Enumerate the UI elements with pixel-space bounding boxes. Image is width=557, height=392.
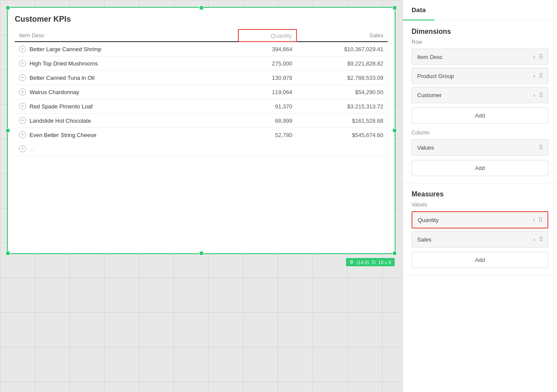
truncated-label: ... — [30, 146, 34, 152]
table-row: +Red Spade Pimento Loaf91,370$3,215,313.… — [15, 99, 388, 114]
grid-icon-sales[interactable]: ⠿ — [539, 236, 543, 243]
data-tab[interactable]: Data — [403, 0, 435, 20]
right-sidebar: Data Dimensions Row Item Desc › ⠿ Produc… — [402, 0, 557, 392]
customer-label: Customer — [417, 92, 442, 98]
table-cell-sales: $161,528.68 — [297, 114, 388, 128]
table-cell-sales: $2,788,533.09 — [297, 71, 388, 85]
resize-handle-right[interactable] — [392, 128, 397, 133]
chevron-icon-customer: › — [533, 91, 535, 98]
dimension-customer[interactable]: Customer › ⠿ — [412, 87, 548, 103]
position-badge: ⚙ (14,0) ⊡ 10 x 6 — [346, 258, 395, 266]
expand-icon[interactable]: + — [19, 103, 26, 110]
table-cell-quantity: 394,664 — [238, 42, 297, 56]
chevron-icon-item-desc: › — [533, 53, 535, 60]
table-cell-item: +Even Better String Cheese — [15, 128, 238, 142]
add-column-dimension-button[interactable]: Add — [412, 160, 548, 176]
add-measure-button[interactable]: Add — [412, 252, 548, 268]
dimensions-title: Dimensions — [412, 28, 548, 36]
add-row-dimension-button[interactable]: Add — [412, 108, 548, 124]
expand-icon[interactable]: + — [19, 88, 26, 95]
col-header-sales: Sales — [297, 29, 388, 42]
table-row: +Better Canned Tuna in Oil130,978$2,788,… — [15, 71, 388, 85]
measures-title: Measures — [412, 190, 548, 198]
main-canvas: Customer KPIs Item Desc Quantity Sales +… — [0, 0, 402, 392]
sales-label: Sales — [417, 236, 432, 243]
table-cell-sales: $54,290.50 — [297, 85, 388, 99]
values-controls: ⠿ — [539, 144, 543, 151]
product-group-controls: › ⠿ — [533, 72, 543, 79]
resize-handle-top-right[interactable] — [392, 6, 397, 10]
expand-icon[interactable]: + — [19, 46, 26, 52]
measure-quantity[interactable]: Quantity › ⠿ — [412, 211, 548, 229]
table-cell-quantity: 130,978 — [238, 71, 297, 85]
quantity-label: Quantity — [418, 217, 438, 223]
measures-section: Measures Values Quantity › ⠿ Sales › ⠿ A… — [403, 183, 557, 275]
expand-icon[interactable]: + — [19, 74, 26, 81]
table-cell-sales: $3,215,313.72 — [297, 99, 388, 114]
expand-icon[interactable]: + — [19, 131, 26, 138]
table-cell-quantity: 91,370 — [238, 99, 297, 114]
grid-icon-product-group[interactable]: ⠿ — [539, 72, 543, 79]
size-text: 10 x 6 — [378, 260, 391, 265]
table-cell-quantity: 119,064 — [238, 85, 297, 99]
table-row: +Even Better String Cheese52,780$545,674… — [15, 128, 388, 142]
measure-sales[interactable]: Sales › ⠿ — [412, 231, 548, 248]
resize-handle-bottom-left[interactable] — [6, 251, 10, 255]
table-cell-item: +Better Canned Tuna in Oil — [15, 71, 238, 85]
table-cell-item: +Landslide Hot Chocolate — [15, 114, 238, 128]
row-label: Row — [412, 39, 548, 45]
resize-handle-bottom[interactable] — [199, 251, 204, 255]
table-cell-item: +Walrus Chardonnay — [15, 85, 238, 99]
table-row: +Landslide Hot Chocolate68,999$161,528.6… — [15, 114, 388, 128]
dimensions-section: Dimensions Row Item Desc › ⠿ Product Gro… — [403, 21, 557, 183]
expand-icon[interactable]: + — [19, 117, 26, 124]
quantity-controls: › ⠿ — [533, 216, 542, 223]
data-table: Item Desc Quantity Sales +Better Large C… — [15, 29, 388, 142]
column-label: Column — [412, 130, 548, 136]
position-text: (14,0) — [356, 260, 369, 265]
resize-handle-left[interactable] — [6, 128, 10, 133]
expand-icon-truncated[interactable]: + — [19, 145, 26, 152]
item-desc-label: Item Desc — [417, 54, 443, 60]
values-label: Values — [417, 144, 434, 151]
customer-controls: › ⠿ — [533, 91, 543, 98]
table-cell-item: +Red Spade Pimento Loaf — [15, 99, 238, 114]
product-group-label: Product Group — [417, 73, 454, 79]
table-cell-sales: $545,674.60 — [297, 128, 388, 142]
chevron-icon-quantity: › — [533, 216, 535, 223]
table-cell-quantity: 275,000 — [238, 56, 297, 71]
grid-icon-values[interactable]: ⠿ — [539, 144, 543, 151]
grid-icon-quantity[interactable]: ⠿ — [538, 216, 542, 223]
truncated-row: + ... — [15, 142, 388, 156]
resize-handle-bottom-right[interactable] — [392, 251, 397, 255]
table-cell-item: +Better Large Canned Shrimp — [15, 42, 238, 56]
col-header-quantity[interactable]: Quantity — [238, 29, 297, 42]
table-row: +Walrus Chardonnay119,064$54,290.50 — [15, 85, 388, 99]
dimension-item-desc[interactable]: Item Desc › ⠿ — [412, 49, 548, 65]
gear-icon: ⚙ — [349, 259, 354, 265]
expand-icon[interactable]: + — [19, 60, 26, 67]
resize-icon: ⊡ — [372, 259, 376, 265]
widget-title: Customer KPIs — [15, 15, 388, 24]
dimension-product-group[interactable]: Product Group › ⠿ — [412, 68, 548, 84]
sales-controls: › ⠿ — [533, 236, 543, 243]
col-header-item: Item Desc — [15, 29, 238, 42]
table-cell-item: +High Top Dried Mushrooms — [15, 56, 238, 71]
measures-values-label: Values — [412, 202, 548, 208]
widget-container: Customer KPIs Item Desc Quantity Sales +… — [7, 7, 396, 254]
chevron-icon-product-group: › — [533, 72, 535, 79]
dimension-values[interactable]: Values ⠿ — [412, 139, 548, 156]
resize-handle-top[interactable] — [199, 6, 204, 10]
table-cell-sales: $10,367,029.41 — [297, 42, 388, 56]
table-row: +Better Large Canned Shrimp394,664$10,36… — [15, 42, 388, 56]
resize-handle-top-left[interactable] — [6, 6, 10, 10]
table-cell-quantity: 52,780 — [238, 128, 297, 142]
grid-icon-customer[interactable]: ⠿ — [539, 91, 543, 98]
table-cell-quantity: 68,999 — [238, 114, 297, 128]
chevron-icon-sales: › — [533, 236, 535, 243]
grid-icon-item-desc[interactable]: ⠿ — [539, 53, 543, 60]
item-desc-controls: › ⠿ — [533, 53, 543, 60]
table-row: +High Top Dried Mushrooms275,000$9,221,8… — [15, 56, 388, 71]
table-cell-sales: $9,221,828.82 — [297, 56, 388, 71]
